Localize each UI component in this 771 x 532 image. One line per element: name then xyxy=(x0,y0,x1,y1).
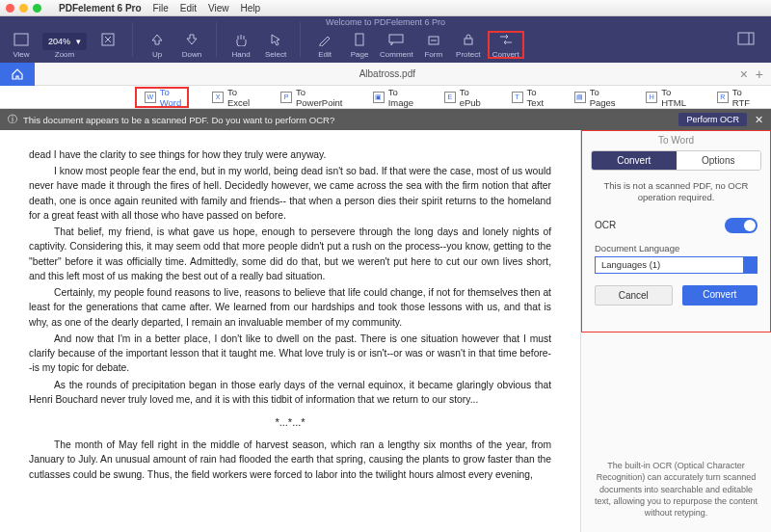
view-button[interactable]: View xyxy=(4,29,39,61)
section-break: *...*...* xyxy=(29,414,551,430)
protect-button[interactable]: Protect xyxy=(451,29,486,61)
convert-side-panel: To Word Convert Options This is not a sc… xyxy=(580,130,771,532)
svg-rect-6 xyxy=(738,33,754,44)
ocr-toggle[interactable] xyxy=(725,218,758,233)
convert-action-button[interactable]: Convert xyxy=(682,285,758,306)
language-label: Document Language xyxy=(581,233,771,256)
tab-convert[interactable]: Convert xyxy=(592,151,677,170)
ocr-banner: ⓘ This document appears to be a scanned … xyxy=(0,109,771,130)
svg-rect-0 xyxy=(14,34,28,45)
form-button[interactable]: Form xyxy=(416,29,451,61)
main-toolbar: Welcome to PDFelement 6 Pro View 204%▾ Z… xyxy=(0,16,771,63)
menu-view[interactable]: View xyxy=(208,3,229,13)
language-select[interactable]: Languages (1) xyxy=(595,256,758,274)
doc-paragraph: The month of May fell right in the middl… xyxy=(29,438,551,482)
mac-menu-bar: PDFelement 6 Pro File Edit View Help xyxy=(0,0,771,16)
menu-edit[interactable]: Edit xyxy=(180,3,197,13)
home-tab[interactable] xyxy=(0,63,35,86)
zoom-select[interactable]: 204%▾ xyxy=(42,33,87,50)
doc-paragraph: And now that I'm in a better place, I do… xyxy=(29,332,551,376)
page-content: dead I have the clarity to see things fo… xyxy=(0,130,580,532)
select-button[interactable]: Select xyxy=(258,29,293,61)
main-area: dead I have the clarity to see things fo… xyxy=(0,130,771,532)
menu-help[interactable]: Help xyxy=(240,3,260,13)
hand-button[interactable]: Hand xyxy=(224,29,258,61)
to-text-button[interactable]: TTo Text xyxy=(505,84,562,111)
window-controls[interactable] xyxy=(6,4,41,13)
edit-button[interactable]: Edit xyxy=(307,29,342,61)
side-panel-message: This is not a scanned PDF, no OCR operat… xyxy=(581,171,771,214)
to-excel-button[interactable]: XTo Excel xyxy=(205,84,268,111)
doc-paragraph: dead I have the clarity to see things fo… xyxy=(29,147,551,162)
svg-rect-2 xyxy=(356,34,363,45)
side-panel-tabs: Convert Options xyxy=(591,150,761,171)
page-button[interactable]: Page xyxy=(342,29,377,61)
app-name: PDFelement 6 Pro xyxy=(59,3,142,13)
svg-rect-3 xyxy=(389,35,403,42)
up-button[interactable]: Up xyxy=(140,29,174,61)
ocr-label: OCR xyxy=(595,220,616,230)
fit-button[interactable] xyxy=(91,29,125,61)
document-tab-bar: Albatross.pdf × + xyxy=(0,63,771,86)
to-word-button[interactable]: WTo Word xyxy=(138,84,199,111)
to-rtf-button[interactable]: RTo RTF xyxy=(710,84,768,111)
menu-file[interactable]: File xyxy=(153,3,169,13)
ocr-description: The built-in OCR (Optical Character Reco… xyxy=(581,450,771,532)
convert-format-bar: WTo Word XTo Excel PTo PowerPoint ▣To Im… xyxy=(0,86,771,109)
ocr-banner-msg: This document appears to be a scanned PD… xyxy=(23,115,334,125)
to-html-button[interactable]: HTo HTML xyxy=(639,84,705,111)
side-panel-title: To Word xyxy=(581,130,771,150)
doc-paragraph: As the rounds of precipitation began in … xyxy=(29,378,551,407)
document-filename: Albatross.pdf xyxy=(35,68,740,79)
to-image-button[interactable]: ▣To Image xyxy=(366,84,432,111)
to-pages-button[interactable]: ▤To Pages xyxy=(568,84,634,111)
to-epub-button[interactable]: ETo ePub xyxy=(438,84,499,111)
perform-ocr-button[interactable]: Perform OCR xyxy=(678,113,747,126)
svg-rect-5 xyxy=(465,39,472,44)
convert-button[interactable]: Convert xyxy=(486,29,526,61)
cancel-button[interactable]: Cancel xyxy=(595,285,673,306)
add-tab-icon[interactable]: + xyxy=(756,66,763,82)
doc-paragraph: I know most people fear the end, but in … xyxy=(29,164,551,223)
doc-paragraph: That belief, my friend, is what gave us … xyxy=(29,225,551,283)
tab-options[interactable]: Options xyxy=(677,151,761,170)
doc-paragraph: Certainly, my people found reasons to li… xyxy=(29,285,551,330)
panel-toggle-button[interactable] xyxy=(729,28,763,51)
close-tab-icon[interactable]: × xyxy=(740,66,748,82)
info-icon: ⓘ xyxy=(8,114,17,126)
close-banner-icon[interactable]: ✕ xyxy=(755,114,763,126)
comment-button[interactable]: Comment xyxy=(377,29,416,61)
down-button[interactable]: Down xyxy=(174,29,209,61)
to-powerpoint-button[interactable]: PTo PowerPoint xyxy=(274,84,360,111)
